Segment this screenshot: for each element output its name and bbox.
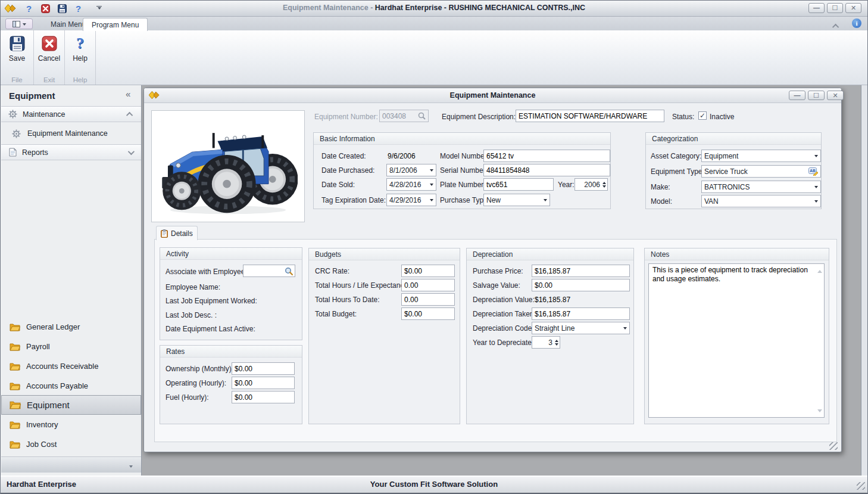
- categorization-title: Categorization: [646, 133, 821, 145]
- statusbar-slogan: Your Custom Fit Software Solution: [1, 480, 867, 489]
- total-hours-life-input[interactable]: [401, 279, 455, 291]
- save-button[interactable]: Save: [1, 33, 33, 66]
- year-to-depreciate-spinner[interactable]: 3: [532, 336, 560, 349]
- sidebar-group-reports[interactable]: Reports: [1, 144, 141, 160]
- help-button[interactable]: ? Help: [65, 33, 95, 66]
- dropdown-arrow-icon: [430, 184, 433, 188]
- folder-icon: [10, 421, 20, 429]
- last-job-equipment-worked-label: Last Job Equipment Worked:: [166, 297, 257, 305]
- date-purchased-dropdown[interactable]: 8/1/2006: [386, 164, 436, 176]
- dropdown-arrow-icon: [814, 186, 818, 190]
- date-equipment-last-active-label: Date Equipment Last Active:: [166, 325, 255, 333]
- minimize-button[interactable]: —: [808, 3, 825, 13]
- operating-hourly-input[interactable]: [232, 377, 295, 389]
- pane-select-button[interactable]: [5, 18, 33, 29]
- total-budget-label: Total Budget:: [315, 310, 357, 318]
- total-hours-to-date-label: Total Hours To Date:: [315, 296, 380, 304]
- crc-rate-input[interactable]: [401, 265, 455, 277]
- budgets-title: Budgets: [309, 248, 460, 260]
- doc-maximize-button[interactable]: ☐: [808, 91, 825, 100]
- model-dropdown[interactable]: VAN: [701, 195, 821, 207]
- total-hours-to-date-input[interactable]: [401, 293, 455, 306]
- window-resize-grip[interactable]: [857, 482, 865, 490]
- tab-details[interactable]: Details: [156, 226, 198, 240]
- edit-lookup-icon[interactable]: AB: [808, 167, 818, 176]
- sidebar-item-general-ledger[interactable]: General Ledger: [1, 317, 141, 337]
- activity-title: Activity: [160, 248, 302, 260]
- equipment-number-field: 003408: [379, 110, 429, 122]
- ribbon-group-file: Save File: [1, 30, 34, 85]
- date-sold-dropdown[interactable]: 4/28/2016: [386, 178, 436, 191]
- spinner-arrows-icon[interactable]: [602, 180, 606, 189]
- help-button-label: Help: [73, 54, 88, 63]
- year-to-depreciate-label: Year to Depreciate:: [473, 338, 533, 347]
- cancel-button-label: Cancel: [38, 54, 60, 63]
- serial-number-input[interactable]: [483, 164, 610, 176]
- window-right-frame: [861, 85, 868, 476]
- sidebar-group-reports-label: Reports: [22, 148, 48, 157]
- sidebar-item-job-cost[interactable]: Job Cost: [1, 434, 141, 454]
- plate-number-input[interactable]: [483, 178, 554, 191]
- scroll-up-icon[interactable]: [817, 268, 822, 273]
- report-document-icon: [9, 148, 17, 157]
- notes-title: Notes: [645, 248, 829, 260]
- document-window-title: Equipment Maintenance: [144, 91, 841, 100]
- ownership-monthly-input[interactable]: [232, 362, 295, 375]
- help-icon: ?: [76, 36, 84, 51]
- sidebar-item-accounts-receivable[interactable]: Accounts Receivable: [1, 356, 141, 376]
- status-label: Status:: [672, 113, 694, 121]
- cancel-button[interactable]: Cancel: [34, 33, 64, 66]
- purchase-type-dropdown[interactable]: New: [483, 194, 550, 206]
- window-title: Equipment Maintenance - Hardhat Enterpri…: [1, 4, 867, 12]
- sidebar-item-label: Payroll: [26, 342, 50, 351]
- sidebar-item-equipment[interactable]: Equipment: [1, 395, 141, 415]
- sidebar-item-accounts-payable[interactable]: Accounts Payable: [1, 376, 141, 396]
- make-dropdown[interactable]: BATTRONICS: [701, 181, 821, 193]
- scroll-down-icon[interactable]: [817, 409, 822, 415]
- tag-expiration-dropdown[interactable]: 4/29/2016: [386, 194, 436, 206]
- tab-program-menu[interactable]: Program Menu: [83, 18, 148, 31]
- depreciation-taken-input[interactable]: [532, 307, 630, 320]
- notes-textarea[interactable]: This is a piece of equipment to track de…: [648, 263, 825, 418]
- doc-window-resize-grip[interactable]: [829, 442, 838, 450]
- model-number-input[interactable]: [483, 150, 610, 162]
- folder-icon: [10, 440, 20, 449]
- sidebar-item-payroll[interactable]: Payroll: [1, 337, 141, 356]
- cancel-icon: [42, 36, 57, 51]
- close-button[interactable]: ✕: [845, 3, 861, 13]
- folder-icon: [10, 400, 21, 409]
- depreciation-code-dropdown[interactable]: Straight Line: [532, 322, 630, 334]
- inactive-checkbox[interactable]: ✓: [698, 111, 707, 120]
- associate-with-employee-field[interactable]: [243, 265, 295, 277]
- date-sold-label: Date Sold:: [321, 181, 355, 189]
- equipment-description-input[interactable]: [516, 110, 664, 122]
- doc-minimize-button[interactable]: —: [789, 91, 805, 100]
- collapse-ribbon-icon[interactable]: [834, 20, 839, 31]
- depreciation-code-label: Depreciation Code:: [473, 324, 534, 333]
- doc-close-button[interactable]: ✕: [827, 91, 844, 100]
- total-budget-input[interactable]: [401, 307, 455, 320]
- chevron-down-icon: [128, 148, 135, 154]
- sidebar-item-inventory[interactable]: Inventory: [1, 415, 141, 434]
- year-spinner[interactable]: 2006: [574, 178, 608, 191]
- sidebar-overflow-bar[interactable]: [1, 456, 141, 473]
- total-hours-life-label: Total Hours / Life Expectancy:: [315, 281, 410, 290]
- equipment-type-field[interactable]: Service Truck AB: [701, 165, 821, 178]
- asset-category-dropdown[interactable]: Equipment: [701, 150, 821, 162]
- purchase-price-input[interactable]: [532, 265, 630, 277]
- sidebar-collapse-icon[interactable]: «: [126, 89, 130, 99]
- sidebar-item-label: Inventory: [26, 420, 58, 429]
- info-icon[interactable]: i: [852, 18, 861, 28]
- gear-icon: [12, 129, 21, 138]
- search-icon[interactable]: [285, 267, 293, 275]
- title-bar: ? ? Equipment Maintenance - Hardhat Ente…: [1, 1, 867, 17]
- date-created-value: 9/6/2006: [388, 152, 416, 160]
- sidebar-item-equipment-maintenance[interactable]: Equipment Maintenance: [1, 123, 141, 144]
- salvage-value-input[interactable]: [532, 279, 630, 291]
- sidebar-group-maintenance[interactable]: Maintenance: [1, 106, 141, 122]
- fuel-hourly-input[interactable]: [232, 391, 295, 403]
- spinner-arrows-icon[interactable]: [555, 338, 558, 347]
- folder-icon: [10, 382, 20, 390]
- chevron-up-icon: [126, 111, 133, 118]
- maximize-button[interactable]: ☐: [827, 3, 843, 13]
